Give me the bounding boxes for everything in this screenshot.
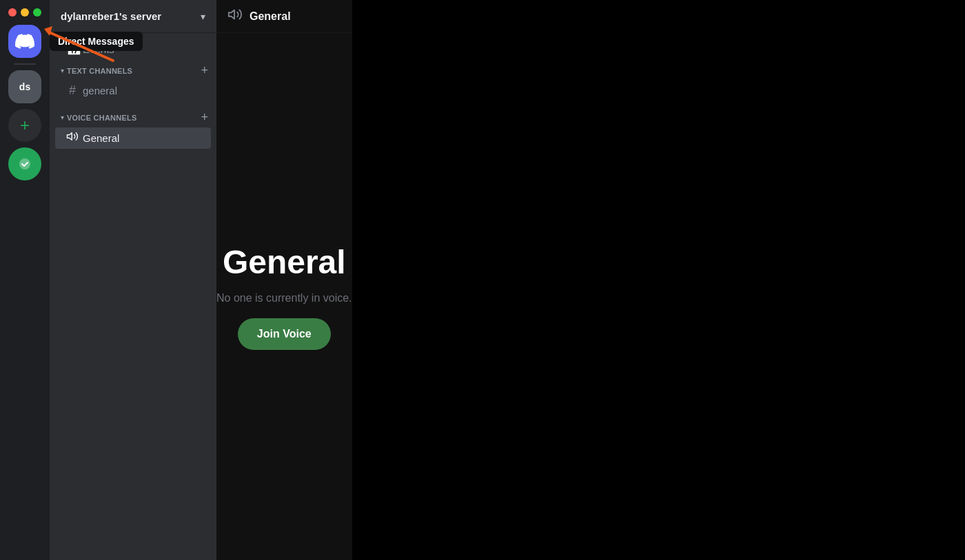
header-channel-name: General	[250, 10, 291, 23]
voice-channel-title: General	[223, 243, 346, 281]
join-voice-button[interactable]: Join Voice	[238, 318, 331, 350]
voice-channels-chevron: ▾	[61, 114, 64, 121]
server-header[interactable]: dylanreber1's server ▾	[50, 0, 216, 33]
ds-server-icon[interactable]: ds	[8, 70, 41, 103]
rail-divider	[14, 63, 36, 65]
header-speaker-icon	[227, 7, 243, 25]
channel-sidebar: dylanreber1's server ▾ 📅 Events ▾ TEXT C…	[50, 0, 216, 560]
server-rail: Direct Messages ds +	[0, 0, 50, 560]
general-text-channel[interactable]: # general	[55, 81, 211, 101]
add-text-channel-button[interactable]: +	[198, 62, 211, 79]
traffic-light-yellow[interactable]	[21, 8, 29, 17]
green-server-logo-icon	[17, 156, 33, 172]
general-voice-channel-name: General	[83, 132, 119, 144]
main-body: General No one is currently in voice. Jo…	[216, 33, 352, 560]
add-voice-channel-button[interactable]: +	[198, 109, 211, 126]
voice-channel-speaker-icon	[66, 130, 79, 146]
text-channels-category: ▾ TEXT CHANNELS + # general	[50, 59, 216, 101]
server-chevron-icon: ▾	[201, 11, 205, 22]
traffic-light-red[interactable]	[8, 8, 17, 17]
svg-point-0	[19, 158, 30, 169]
events-channel-item[interactable]: 📅 Events	[55, 39, 211, 59]
voice-channel-subtitle: No one is currently in voice.	[216, 292, 352, 304]
traffic-light-green[interactable]	[33, 8, 41, 17]
text-channels-chevron: ▾	[61, 67, 64, 74]
svg-marker-4	[229, 10, 234, 19]
channel-list: 📅 Events ▾ TEXT CHANNELS + # general ▾	[50, 33, 216, 560]
discord-home-button[interactable]	[8, 25, 41, 58]
main-header: General	[216, 0, 352, 33]
events-label: Events	[83, 43, 114, 55]
main-content: General General No one is currently in v…	[216, 0, 352, 560]
general-text-channel-name: general	[83, 85, 117, 96]
events-icon: 📅	[66, 41, 79, 56]
voice-channels-label: VOICE CHANNELS	[67, 114, 198, 122]
text-channels-label: TEXT CHANNELS	[67, 67, 198, 75]
server-name: dylanreber1's server	[61, 10, 161, 22]
home-icon-wrapper: Direct Messages	[8, 25, 41, 58]
voice-channels-category: ▾ VOICE CHANNELS + General	[50, 106, 216, 149]
discord-logo-icon	[15, 32, 34, 51]
add-server-icon: +	[20, 116, 30, 135]
text-channels-header[interactable]: ▾ TEXT CHANNELS +	[50, 59, 216, 81]
general-voice-channel[interactable]: General	[55, 127, 211, 149]
traffic-lights	[0, 8, 41, 17]
green-server-icon[interactable]	[8, 147, 41, 180]
voice-channels-header[interactable]: ▾ VOICE CHANNELS +	[50, 106, 216, 127]
svg-marker-3	[68, 133, 72, 141]
add-server-button[interactable]: +	[8, 109, 41, 142]
text-channel-hash-icon: #	[66, 83, 79, 98]
ds-server-label: ds	[19, 81, 30, 92]
